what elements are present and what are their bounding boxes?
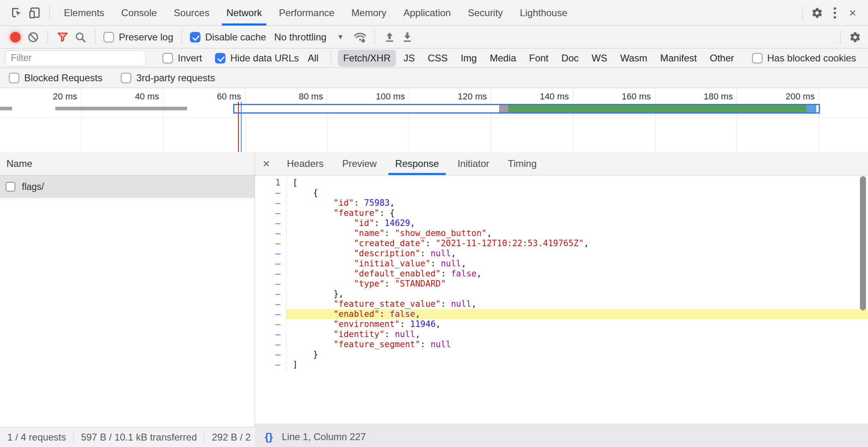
filter-type-img[interactable]: Img xyxy=(455,50,482,67)
line-number-gutter: – xyxy=(255,208,287,218)
filter-type-wasm[interactable]: Wasm xyxy=(615,50,653,67)
filter-type-fetch-xhr[interactable]: Fetch/XHR xyxy=(338,50,396,67)
tab-performance[interactable]: Performance xyxy=(270,0,343,25)
details-tab-headers[interactable]: Headers xyxy=(278,152,333,175)
panel-headers: Name × HeadersPreviewResponseInitiatorTi… xyxy=(0,152,868,175)
filter-type-doc[interactable]: Doc xyxy=(556,50,584,67)
network-toolbar: Preserve log Disable cache No throttling… xyxy=(0,26,868,48)
invert-option[interactable]: Invert xyxy=(162,53,202,64)
request-row-flags[interactable]: flags/ xyxy=(0,175,255,198)
response-body-panel[interactable]: 1[– {– "id": 75983,– "feature": {– "id":… xyxy=(255,175,868,427)
timeline-tick-label: 200 ms xyxy=(758,91,815,102)
filter-type-all[interactable]: All xyxy=(302,50,324,67)
timeline-gridline xyxy=(491,88,491,152)
filter-type-css[interactable]: CSS xyxy=(423,50,453,67)
details-tab-preview[interactable]: Preview xyxy=(333,152,386,175)
close-details-icon[interactable]: × xyxy=(255,152,278,175)
details-tab-response[interactable]: Response xyxy=(386,152,448,175)
line-number-gutter: – xyxy=(255,299,287,309)
blocked-requests-option[interactable]: Blocked Requests xyxy=(9,72,102,84)
network-conditions-icon[interactable] xyxy=(351,28,369,46)
invert-checkbox[interactable] xyxy=(162,53,173,63)
settings-icon[interactable] xyxy=(808,4,826,22)
filter-type-other[interactable]: Other xyxy=(704,50,739,67)
preserve-log-option[interactable]: Preserve log xyxy=(103,32,173,43)
preserve-log-label: Preserve log xyxy=(119,32,173,43)
divider xyxy=(95,30,95,44)
divider xyxy=(181,30,182,44)
network-overview-timeline[interactable]: 20 ms40 ms60 ms80 ms100 ms120 ms140 ms16… xyxy=(0,88,868,152)
details-tab-timing[interactable]: Timing xyxy=(499,152,546,175)
name-column-header[interactable]: Name xyxy=(0,152,255,175)
line-number-gutter: – xyxy=(255,198,287,208)
import-har-icon[interactable] xyxy=(381,28,398,46)
waterfall-segment-stalled-gray xyxy=(499,105,508,112)
tab-console[interactable]: Console xyxy=(113,0,165,25)
clear-network-log-icon[interactable] xyxy=(24,28,42,46)
divider xyxy=(49,6,50,20)
code-line: – "feature": { xyxy=(255,208,868,218)
disable-cache-option[interactable]: Disable cache xyxy=(190,32,266,43)
status-item: 1 / 4 requests xyxy=(0,432,73,443)
tab-elements[interactable]: Elements xyxy=(55,0,113,25)
divider xyxy=(802,6,803,20)
code-line: – "created_date": "2021-11-12T10:22:53.4… xyxy=(255,238,868,249)
network-settings-icon[interactable] xyxy=(846,28,864,46)
preserve-log-checkbox[interactable] xyxy=(103,32,114,42)
line-number-gutter: – xyxy=(255,289,287,299)
code-line-highlighted: – "enabled": false, xyxy=(255,309,868,319)
line-number-gutter: – xyxy=(255,228,287,238)
search-icon[interactable] xyxy=(72,28,89,46)
filter-input[interactable] xyxy=(6,51,145,66)
timeline-tick-label: 40 ms xyxy=(103,91,159,102)
tab-memory[interactable]: Memory xyxy=(343,0,395,25)
name-column-label: Name xyxy=(6,158,32,169)
tab-sources[interactable]: Sources xyxy=(165,0,218,25)
timeline-resource-bar xyxy=(55,107,187,110)
tab-application[interactable]: Application xyxy=(395,0,459,25)
disable-cache-label: Disable cache xyxy=(205,32,266,43)
request-row-checkbox[interactable] xyxy=(6,182,15,192)
code-line: – "default_enabled": false, xyxy=(255,269,868,279)
filter-icon[interactable] xyxy=(54,28,72,46)
pretty-print-icon[interactable]: {} xyxy=(265,431,273,443)
hide-data-urls-checkbox[interactable] xyxy=(215,53,225,63)
blocked-requests-label: Blocked Requests xyxy=(24,72,102,84)
disable-cache-checkbox[interactable] xyxy=(190,32,200,42)
code-text: ] xyxy=(287,360,868,370)
filter-type-media[interactable]: Media xyxy=(485,50,521,67)
tab-lighthouse[interactable]: Lighthouse xyxy=(511,0,575,25)
code-line: – { xyxy=(255,188,868,198)
timeline-gridline xyxy=(409,88,409,152)
code-text: "id": 75983, xyxy=(287,198,868,208)
code-line: – "name": "show_demo_button", xyxy=(255,228,868,238)
has-blocked-cookies-option[interactable]: Has blocked cookies xyxy=(752,53,856,64)
filter-type-font[interactable]: Font xyxy=(524,50,554,67)
export-har-icon[interactable] xyxy=(398,28,416,46)
filter-type-js[interactable]: JS xyxy=(398,50,420,67)
line-number-gutter: – xyxy=(255,249,287,259)
more-options-icon[interactable] xyxy=(826,4,844,22)
vertical-scrollbar[interactable] xyxy=(860,176,866,310)
details-tab-initiator[interactable]: Initiator xyxy=(448,152,499,175)
filter-type-manifest[interactable]: Manifest xyxy=(655,50,702,67)
blocked-requests-checkbox[interactable] xyxy=(9,73,19,83)
timeline-tick-label: 120 ms xyxy=(430,91,487,102)
line-number-gutter: – xyxy=(255,319,287,329)
throttling-dropdown[interactable]: No throttling ▼ xyxy=(274,32,343,43)
device-toolbar-icon[interactable] xyxy=(26,4,44,22)
code-text: "feature_segment": null xyxy=(287,339,868,350)
tab-network[interactable]: Network xyxy=(218,0,270,25)
close-devtools-icon[interactable]: × xyxy=(844,4,862,22)
has-blocked-cookies-checkbox[interactable] xyxy=(752,53,763,63)
third-party-requests-checkbox[interactable] xyxy=(121,73,131,83)
chevron-down-icon: ▼ xyxy=(337,33,344,41)
inspect-element-icon[interactable] xyxy=(8,4,26,22)
tab-security[interactable]: Security xyxy=(459,0,512,25)
filter-type-ws[interactable]: WS xyxy=(586,50,613,67)
record-network-log-button[interactable] xyxy=(6,28,24,46)
code-line: – "description": null, xyxy=(255,249,868,259)
hide-data-urls-option[interactable]: Hide data URLs xyxy=(215,53,299,64)
third-party-requests-option[interactable]: 3rd-party requests xyxy=(121,72,215,84)
divider xyxy=(48,30,48,44)
